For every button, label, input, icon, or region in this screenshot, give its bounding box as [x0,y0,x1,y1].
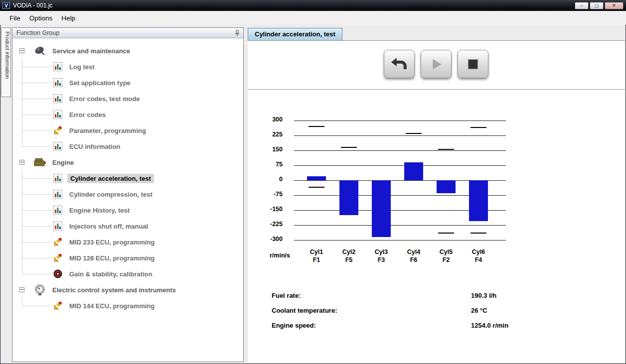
tree-item-cylinder-acceleration-test[interactable]: Cylinder acceleration, test [12,170,243,186]
y-tick-label: -75 [252,191,283,198]
minimize-button[interactable]: – [575,2,589,9]
service-icon [32,45,47,57]
tree-item-set-application-type[interactable]: Set application type [12,75,243,91]
readout-coolant-temperature: Coolant temperature:26 °C [272,303,581,318]
tree-connector [22,91,22,107]
tree-item-log-test[interactable]: Log test [12,59,243,75]
tree-item-gain-stability-calibration[interactable]: Gain & stability, calibration [12,266,243,282]
x-label-cyl1: Cyl1F1 [301,248,332,264]
function-group-panel: Function Group Service and maintenanceLo… [12,27,244,362]
tree-item-service-and-maintenance[interactable]: Service and maintenance [12,43,243,59]
bar-cyl3 [372,180,391,237]
menu-options[interactable]: Options [25,12,57,24]
tree-connector [22,266,22,274]
menu-help[interactable]: Help [57,12,80,24]
tree-item-electric-control-system-and-instruments[interactable]: Electric control system and instruments [12,282,243,298]
tree-connector [22,138,22,146]
tree-connector [22,202,22,218]
x-label-cyl6: Cyl6F4 [463,248,494,264]
tab-cylinder-acceleration-test[interactable]: Cylinder acceleration, test [248,28,342,40]
tree-item-label: Set application type [67,78,133,88]
tree-item-engine-history-test[interactable]: Engine History, test [12,202,243,218]
maximize-button[interactable]: ▢ [590,2,604,9]
test-icon [52,221,63,231]
gridline-75 [294,165,506,166]
limit-marker-cyl1 [309,126,324,127]
x-label-cyl4: Cyl4F6 [398,248,430,264]
electric-icon [32,284,47,296]
x-label-cyl3: Cyl3F3 [365,248,397,264]
engine-readouts: Fuel rate:190.3 l/hCoolant temperature:2… [272,288,581,333]
test-icon [52,78,63,88]
y-axis-unit-label: r/min/s [270,252,290,259]
test-icon [52,189,63,199]
tree-connector [22,186,22,202]
expand-collapse-toggle[interactable] [19,287,24,292]
program-icon [52,253,63,263]
readout-value: 190.3 l/h [471,292,496,299]
test-icon [52,141,63,151]
readout-value: 26 °C [471,307,487,314]
test-icon [52,173,63,183]
menu-file[interactable]: File [5,12,25,24]
tree-item-label: Cylinder compression, test [67,190,155,199]
tree-connector [22,122,22,138]
tree-item-ecu-information[interactable]: ECU information [12,138,243,154]
tree-item-label: Log test [67,62,97,72]
limit-marker-cyl4 [406,133,422,134]
bar-cyl1 [307,176,326,180]
readout-value: 1254.0 r/min [471,322,508,329]
gridline--225 [294,225,506,226]
tree-item-label: Engine History, test [67,206,132,215]
gridline-225 [294,135,506,136]
window-title: VODIA - 001.jc [13,2,52,9]
test-content: 300225150750-75-150-225-300Cyl1F1Cyl2F5C… [248,40,625,363]
y-tick-label: -225 [252,221,283,228]
y-tick-label: -150 [252,206,283,213]
x-label-cyl5: Cyl5F2 [430,248,462,264]
tree-item-cylinder-compression-test[interactable]: Cylinder compression, test [12,186,243,202]
tree-item-mid-233-ecu-programming[interactable]: MID 233 ECU, programming [12,234,243,250]
function-group-title: Function Group [16,29,59,36]
product-information-tab[interactable]: Product information [1,27,11,97]
title-bar[interactable]: V VODIA - 001.jc – ▢ ✕ [0,0,626,11]
tree-connector [22,170,22,186]
test-icon [52,94,63,104]
limit-marker-cyl1 [309,187,324,188]
y-tick-label: -300 [252,236,283,243]
limit-marker-cyl5 [438,149,454,150]
readout-label: Fuel rate: [272,292,471,299]
test-icon [52,62,63,72]
y-tick-label: 150 [252,146,283,153]
program-icon [52,237,63,247]
x-label-cyl2: Cyl2F5 [333,248,365,264]
target-icon [52,269,63,279]
test-icon [52,110,63,120]
engine-icon [32,157,47,168]
tree-item-error-codes[interactable]: Error codes [12,107,243,122]
tree-connector [22,234,22,250]
function-tree: Service and maintenanceLog testSet appli… [12,39,243,362]
tree-item-engine[interactable]: Engine [12,154,243,170]
readout-label: Coolant temperature: [272,307,471,314]
bar-cyl2 [339,180,358,215]
expand-collapse-toggle[interactable] [19,160,24,165]
y-tick-label: 225 [252,131,283,138]
menu-bar: FileOptionsHelp [0,11,626,25]
readout-label: Engine speed: [272,322,471,329]
tree-item-error-codes-test-mode[interactable]: Error codes, test mode [12,91,243,107]
expand-collapse-toggle[interactable] [19,48,24,53]
tree-item-mid-144-ecu-programming[interactable]: MID 144 ECU, programming [12,298,243,314]
close-button[interactable]: ✕ [605,2,624,9]
tree-item-label: Engine [50,158,76,167]
pin-icon[interactable] [234,30,240,36]
tree-item-parameter-programming[interactable]: Parameter, programming [12,122,243,138]
test-icon [52,205,63,215]
tree-item-label: Parameter, programming [67,126,148,135]
gridline-150 [294,150,506,151]
tree-item-injectors-shut-off-manual[interactable]: Injectors shut off, manual [12,218,243,234]
tree-item-label: Cylinder acceleration, test [67,174,154,183]
acceleration-bar-chart: 300225150750-75-150-225-300Cyl1F1Cyl2F5C… [248,41,625,275]
tree-connector [22,59,22,75]
tree-item-mid-128-ecu-programming[interactable]: MID 128 ECU, programming [12,250,243,266]
